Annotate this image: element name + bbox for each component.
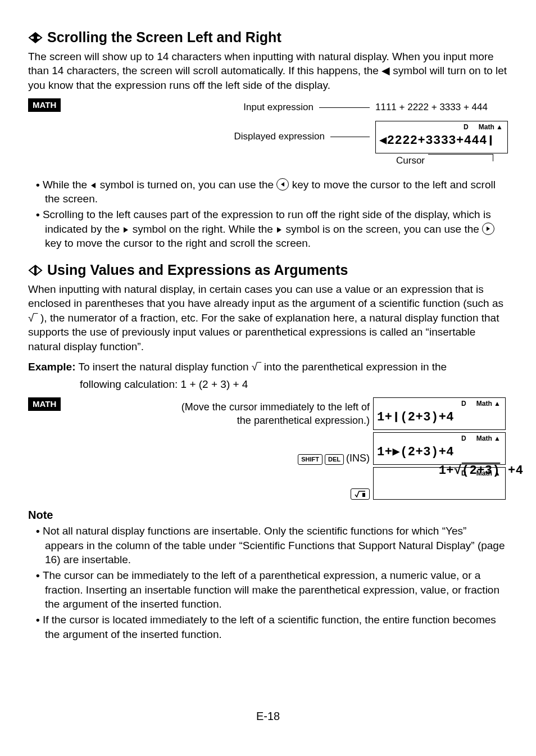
page-number: E-18 <box>28 709 508 724</box>
label-cursor: Cursor <box>396 155 425 168</box>
note-bullets: Not all natural display functions are in… <box>28 524 508 641</box>
lr-arrows-icon <box>28 31 43 44</box>
left-triangle-icon <box>90 182 97 189</box>
step-row: MATH (Move the cursor immediately to the… <box>28 397 508 430</box>
right-triangle-icon <box>122 227 129 233</box>
ins-label: (INS) <box>346 451 370 465</box>
bullet-item: While the symbol is turned on, you can u… <box>28 178 508 206</box>
lcd-display: D Math ▲ 1+❙(2+3)+4 <box>373 397 506 430</box>
lcd-text: 1+❙(2+3)+4 <box>377 409 454 426</box>
section1-bullets: While the symbol is turned on, you can u… <box>28 178 508 251</box>
section-heading-scroll: Scrolling the Screen Left and Right <box>28 28 508 47</box>
value-input-expression: 1111 + 2222 + 3333 + 444 <box>375 101 508 114</box>
bullet-item: Scrolling to the left causes part of the… <box>28 207 508 251</box>
label-displayed-expression: Displayed expression <box>234 130 325 143</box>
lcd-annun-d: D <box>464 123 469 132</box>
example-block: Example: To insert the natural display f… <box>28 360 508 392</box>
example-text: To insert the natural display function √… <box>78 361 447 373</box>
lr-arrows-icon <box>28 264 43 277</box>
label-input-expression: Input expression <box>243 101 314 114</box>
lcd-display: D Math ▲ ◀2222+3333+444❙ <box>375 121 508 153</box>
math-badge: MATH <box>28 397 61 411</box>
svg-rect-2 <box>362 493 365 497</box>
step-row: D Math ▲ 1+√(2+3) +4 <box>28 467 508 500</box>
bullet-item: Not all natural display functions are in… <box>28 524 508 567</box>
math-badge: MATH <box>28 98 61 112</box>
lcd-text: ◀2222+3333+444❙ <box>379 133 495 150</box>
bullet-item: If the cursor is located immediately to … <box>28 613 508 641</box>
example-text: following calculation: 1 + (2 + 3) + 4 <box>28 377 508 392</box>
right-key-icon <box>482 223 494 235</box>
step-instruction: (Move the cursor immediately to the left… <box>181 400 370 414</box>
heading-text: Using Values and Expressions as Argument… <box>47 261 348 280</box>
bullet-item: The cursor can be immediately to the lef… <box>28 568 508 612</box>
sqrt-key <box>351 488 370 500</box>
example-label: Example: <box>28 361 75 373</box>
step-instruction: the parenthetical expression.) <box>237 414 370 427</box>
heading-text: Scrolling the Screen Left and Right <box>47 28 281 47</box>
lcd-display: D Math ▲ 1+√(2+3) +4 <box>373 467 506 500</box>
del-key: DEL <box>325 454 344 465</box>
left-key-icon <box>276 178 289 191</box>
lcd-annun-math: Math ▲ <box>479 123 503 132</box>
right-triangle-icon <box>276 227 283 233</box>
shift-key: SHIFT <box>298 454 322 465</box>
figure-scroll: MATH Input expression 1111 + 2222 + 3333… <box>28 98 508 168</box>
lcd-text: 1+√(2+3) +4 <box>377 446 523 496</box>
section-heading-args: Using Values and Expressions as Argument… <box>28 261 508 280</box>
note-heading: Note <box>28 508 508 523</box>
section2-intro: When inputting with natural display, in … <box>28 282 508 354</box>
section1-intro: The screen will show up to 14 characters… <box>28 49 508 93</box>
